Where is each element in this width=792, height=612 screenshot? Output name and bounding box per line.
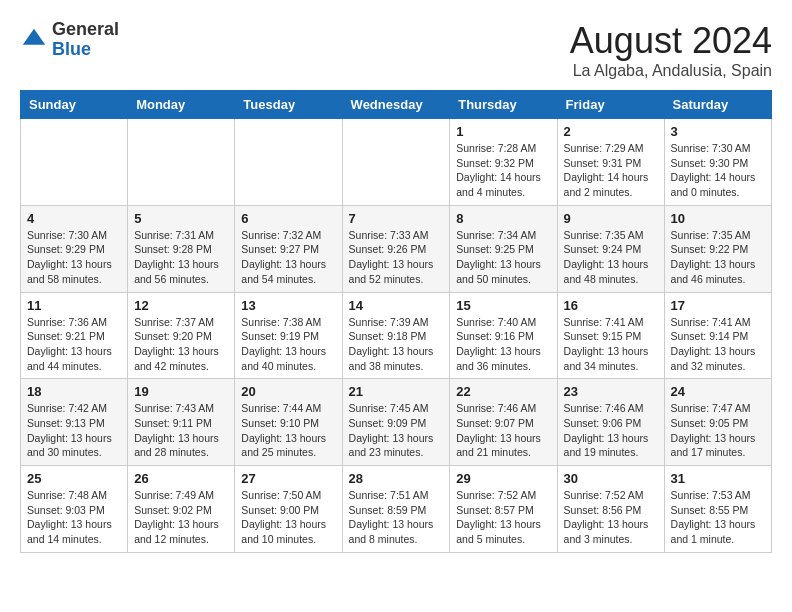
day-number: 27 [241, 471, 335, 486]
day-info: Sunrise: 7:31 AMSunset: 9:28 PMDaylight:… [134, 228, 228, 287]
day-info: Sunrise: 7:41 AMSunset: 9:14 PMDaylight:… [671, 315, 765, 374]
calendar-cell: 15Sunrise: 7:40 AMSunset: 9:16 PMDayligh… [450, 292, 557, 379]
day-info: Sunrise: 7:49 AMSunset: 9:02 PMDaylight:… [134, 488, 228, 547]
day-info: Sunrise: 7:30 AMSunset: 9:29 PMDaylight:… [27, 228, 121, 287]
calendar-cell [342, 119, 450, 206]
calendar-cell: 27Sunrise: 7:50 AMSunset: 9:00 PMDayligh… [235, 466, 342, 553]
day-number: 16 [564, 298, 658, 313]
day-number: 28 [349, 471, 444, 486]
calendar-cell: 7Sunrise: 7:33 AMSunset: 9:26 PMDaylight… [342, 205, 450, 292]
calendar-cell: 6Sunrise: 7:32 AMSunset: 9:27 PMDaylight… [235, 205, 342, 292]
day-info: Sunrise: 7:34 AMSunset: 9:25 PMDaylight:… [456, 228, 550, 287]
day-number: 6 [241, 211, 335, 226]
day-number: 11 [27, 298, 121, 313]
day-info: Sunrise: 7:41 AMSunset: 9:15 PMDaylight:… [564, 315, 658, 374]
day-info: Sunrise: 7:47 AMSunset: 9:05 PMDaylight:… [671, 401, 765, 460]
day-number: 4 [27, 211, 121, 226]
calendar-cell: 8Sunrise: 7:34 AMSunset: 9:25 PMDaylight… [450, 205, 557, 292]
day-header-monday: Monday [128, 91, 235, 119]
day-info: Sunrise: 7:39 AMSunset: 9:18 PMDaylight:… [349, 315, 444, 374]
day-info: Sunrise: 7:53 AMSunset: 8:55 PMDaylight:… [671, 488, 765, 547]
svg-marker-0 [23, 29, 45, 45]
page-header: General Blue August 2024 La Algaba, Anda… [20, 20, 772, 80]
day-number: 26 [134, 471, 228, 486]
calendar-cell: 19Sunrise: 7:43 AMSunset: 9:11 PMDayligh… [128, 379, 235, 466]
day-header-tuesday: Tuesday [235, 91, 342, 119]
day-number: 10 [671, 211, 765, 226]
day-header-friday: Friday [557, 91, 664, 119]
day-number: 13 [241, 298, 335, 313]
day-info: Sunrise: 7:52 AMSunset: 8:56 PMDaylight:… [564, 488, 658, 547]
day-info: Sunrise: 7:42 AMSunset: 9:13 PMDaylight:… [27, 401, 121, 460]
day-info: Sunrise: 7:45 AMSunset: 9:09 PMDaylight:… [349, 401, 444, 460]
calendar-cell: 18Sunrise: 7:42 AMSunset: 9:13 PMDayligh… [21, 379, 128, 466]
calendar-cell: 5Sunrise: 7:31 AMSunset: 9:28 PMDaylight… [128, 205, 235, 292]
day-info: Sunrise: 7:46 AMSunset: 9:06 PMDaylight:… [564, 401, 658, 460]
day-info: Sunrise: 7:32 AMSunset: 9:27 PMDaylight:… [241, 228, 335, 287]
day-number: 12 [134, 298, 228, 313]
calendar-cell: 4Sunrise: 7:30 AMSunset: 9:29 PMDaylight… [21, 205, 128, 292]
day-number: 25 [27, 471, 121, 486]
day-number: 15 [456, 298, 550, 313]
day-info: Sunrise: 7:38 AMSunset: 9:19 PMDaylight:… [241, 315, 335, 374]
calendar-cell [21, 119, 128, 206]
calendar-cell: 3Sunrise: 7:30 AMSunset: 9:30 PMDaylight… [664, 119, 771, 206]
day-info: Sunrise: 7:35 AMSunset: 9:24 PMDaylight:… [564, 228, 658, 287]
calendar-cell [128, 119, 235, 206]
day-info: Sunrise: 7:28 AMSunset: 9:32 PMDaylight:… [456, 141, 550, 200]
calendar-cell: 30Sunrise: 7:52 AMSunset: 8:56 PMDayligh… [557, 466, 664, 553]
logo: General Blue [20, 20, 119, 60]
day-info: Sunrise: 7:46 AMSunset: 9:07 PMDaylight:… [456, 401, 550, 460]
title-block: August 2024 La Algaba, Andalusia, Spain [570, 20, 772, 80]
day-info: Sunrise: 7:30 AMSunset: 9:30 PMDaylight:… [671, 141, 765, 200]
day-header-saturday: Saturday [664, 91, 771, 119]
month-year: August 2024 [570, 20, 772, 62]
day-number: 5 [134, 211, 228, 226]
calendar-cell: 21Sunrise: 7:45 AMSunset: 9:09 PMDayligh… [342, 379, 450, 466]
calendar-cell: 28Sunrise: 7:51 AMSunset: 8:59 PMDayligh… [342, 466, 450, 553]
day-number: 22 [456, 384, 550, 399]
day-info: Sunrise: 7:37 AMSunset: 9:20 PMDaylight:… [134, 315, 228, 374]
day-number: 8 [456, 211, 550, 226]
day-info: Sunrise: 7:35 AMSunset: 9:22 PMDaylight:… [671, 228, 765, 287]
calendar-cell: 29Sunrise: 7:52 AMSunset: 8:57 PMDayligh… [450, 466, 557, 553]
calendar-cell: 22Sunrise: 7:46 AMSunset: 9:07 PMDayligh… [450, 379, 557, 466]
day-info: Sunrise: 7:33 AMSunset: 9:26 PMDaylight:… [349, 228, 444, 287]
day-number: 17 [671, 298, 765, 313]
day-info: Sunrise: 7:44 AMSunset: 9:10 PMDaylight:… [241, 401, 335, 460]
day-number: 21 [349, 384, 444, 399]
day-info: Sunrise: 7:43 AMSunset: 9:11 PMDaylight:… [134, 401, 228, 460]
calendar-cell: 14Sunrise: 7:39 AMSunset: 9:18 PMDayligh… [342, 292, 450, 379]
calendar-table: SundayMondayTuesdayWednesdayThursdayFrid… [20, 90, 772, 553]
day-number: 30 [564, 471, 658, 486]
day-info: Sunrise: 7:48 AMSunset: 9:03 PMDaylight:… [27, 488, 121, 547]
day-number: 18 [27, 384, 121, 399]
logo-icon [20, 26, 48, 54]
calendar-cell: 20Sunrise: 7:44 AMSunset: 9:10 PMDayligh… [235, 379, 342, 466]
calendar-cell: 2Sunrise: 7:29 AMSunset: 9:31 PMDaylight… [557, 119, 664, 206]
calendar-cell: 13Sunrise: 7:38 AMSunset: 9:19 PMDayligh… [235, 292, 342, 379]
day-info: Sunrise: 7:52 AMSunset: 8:57 PMDaylight:… [456, 488, 550, 547]
calendar-cell: 17Sunrise: 7:41 AMSunset: 9:14 PMDayligh… [664, 292, 771, 379]
day-number: 3 [671, 124, 765, 139]
calendar-cell [235, 119, 342, 206]
day-number: 31 [671, 471, 765, 486]
calendar-cell: 16Sunrise: 7:41 AMSunset: 9:15 PMDayligh… [557, 292, 664, 379]
day-info: Sunrise: 7:36 AMSunset: 9:21 PMDaylight:… [27, 315, 121, 374]
day-number: 9 [564, 211, 658, 226]
calendar-cell: 25Sunrise: 7:48 AMSunset: 9:03 PMDayligh… [21, 466, 128, 553]
day-info: Sunrise: 7:51 AMSunset: 8:59 PMDaylight:… [349, 488, 444, 547]
calendar-cell: 24Sunrise: 7:47 AMSunset: 9:05 PMDayligh… [664, 379, 771, 466]
day-header-sunday: Sunday [21, 91, 128, 119]
calendar-cell: 10Sunrise: 7:35 AMSunset: 9:22 PMDayligh… [664, 205, 771, 292]
day-info: Sunrise: 7:50 AMSunset: 9:00 PMDaylight:… [241, 488, 335, 547]
day-header-wednesday: Wednesday [342, 91, 450, 119]
day-number: 20 [241, 384, 335, 399]
calendar-cell: 23Sunrise: 7:46 AMSunset: 9:06 PMDayligh… [557, 379, 664, 466]
day-number: 19 [134, 384, 228, 399]
calendar-cell: 26Sunrise: 7:49 AMSunset: 9:02 PMDayligh… [128, 466, 235, 553]
day-number: 14 [349, 298, 444, 313]
day-header-thursday: Thursday [450, 91, 557, 119]
day-number: 29 [456, 471, 550, 486]
calendar-cell: 31Sunrise: 7:53 AMSunset: 8:55 PMDayligh… [664, 466, 771, 553]
